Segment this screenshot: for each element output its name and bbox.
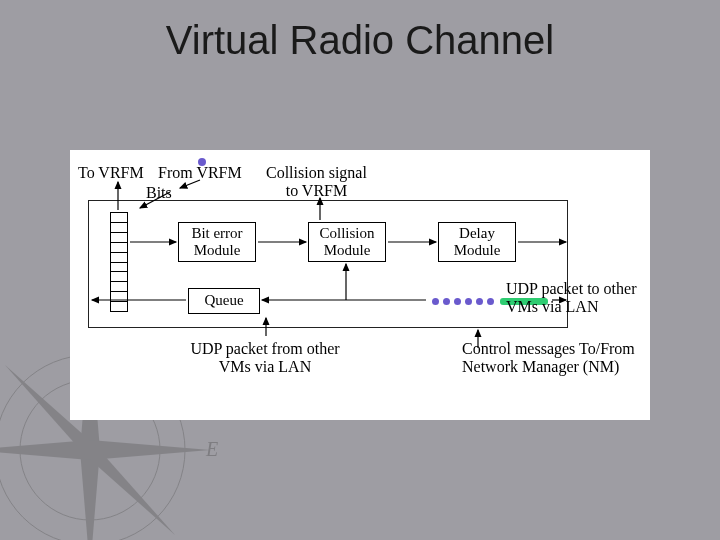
label-from-vrfm: From VRFM <box>158 164 242 182</box>
bit-error-module-label: Bit error Module <box>179 225 255 260</box>
queue-module: Queue <box>188 288 260 314</box>
label-to-vrfm: To VRFM <box>78 164 144 182</box>
delay-module: Delay Module <box>438 222 516 262</box>
bit-error-module: Bit error Module <box>178 222 256 262</box>
queue-label: Queue <box>204 292 243 309</box>
label-control-msgs: Control messages To/From Network Manager… <box>462 340 652 377</box>
label-udp-to: UDP packet to other VMs via LAN <box>506 280 656 317</box>
label-collision-signal: Collision signal to VRFM <box>266 164 367 201</box>
svg-text:E: E <box>205 438 218 460</box>
label-udp-from: UDP packet from other VMs via LAN <box>180 340 350 377</box>
dot-from-vrfm <box>198 158 206 166</box>
collision-module: Collision Module <box>308 222 386 262</box>
collision-module-label: Collision Module <box>309 225 385 260</box>
diagram-area: To VRFM From VRFM Bits Collision signal … <box>70 150 650 420</box>
delay-module-label: Delay Module <box>439 225 515 260</box>
outer-container <box>88 200 568 328</box>
label-bits: Bits <box>146 184 172 202</box>
bits-buffer <box>110 212 128 312</box>
page-title: Virtual Radio Channel <box>0 18 720 63</box>
packet-dots <box>432 298 494 305</box>
